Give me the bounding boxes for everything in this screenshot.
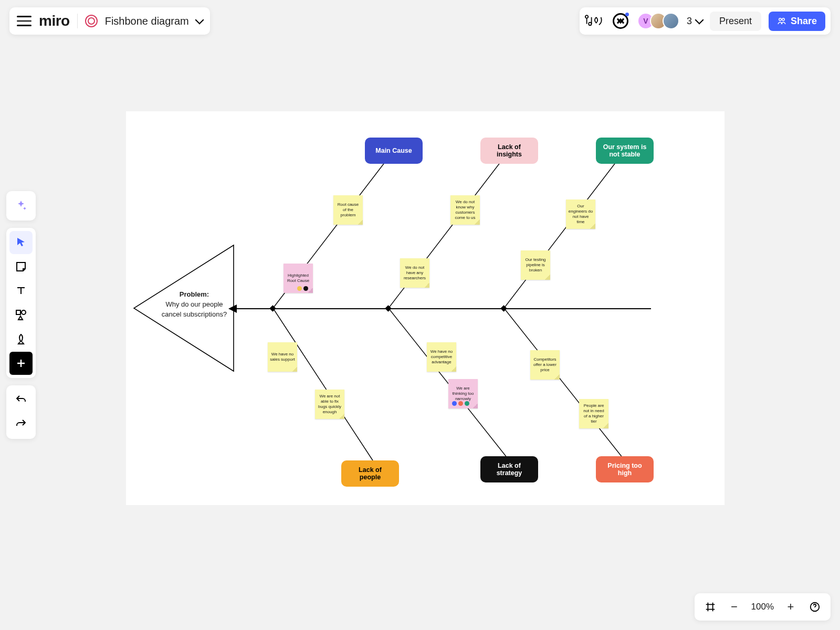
- chevron-down-icon: [695, 16, 704, 25]
- problem-text[interactable]: Problem: Why do our people cancel subscr…: [160, 290, 228, 320]
- cause-pricing[interactable]: Pricing too high: [596, 456, 654, 482]
- divider: [77, 14, 78, 28]
- pen-tool[interactable]: [9, 328, 33, 351]
- text-tool[interactable]: [9, 279, 33, 302]
- sticky[interactable]: Competitors offer a lower price: [530, 350, 560, 380]
- sticky[interactable]: Our engineers do not have time: [566, 200, 595, 229]
- zoom-out-button[interactable]: −: [724, 596, 745, 617]
- svg-point-5: [22, 310, 26, 314]
- problem-body: Why do our people cancel subscriptions?: [162, 300, 227, 318]
- svg-rect-4: [16, 310, 20, 314]
- svg-point-2: [779, 18, 782, 21]
- joint: [385, 305, 392, 312]
- fish-spine[interactable]: [234, 308, 651, 309]
- avatar-stack[interactable]: V: [637, 13, 679, 29]
- redo-button[interactable]: [9, 413, 33, 436]
- header-right: V 3 Present Share: [580, 7, 831, 35]
- board-name[interactable]: Fishbone diagram: [105, 15, 189, 27]
- svg-point-1: [613, 14, 627, 28]
- svg-line-11: [504, 151, 625, 308]
- emoji-dots: [452, 401, 469, 406]
- share-people-icon: [777, 16, 786, 26]
- cause-system[interactable]: Our system is not stable: [596, 138, 654, 164]
- zoom-value[interactable]: 100%: [748, 602, 777, 612]
- board-target-icon: [85, 15, 98, 27]
- undo-button[interactable]: [9, 388, 33, 412]
- emoji-dots: [297, 286, 308, 291]
- select-tool[interactable]: [9, 231, 33, 254]
- cause-people[interactable]: Lack of people: [341, 460, 399, 487]
- svg-line-14: [504, 308, 625, 460]
- shapes-tool[interactable]: [9, 303, 33, 327]
- joint: [269, 305, 276, 312]
- svg-point-3: [782, 18, 785, 21]
- sticky[interactable]: People are not in need of a higher tier: [579, 399, 608, 428]
- sticky[interactable]: We have no competitive advantage: [427, 342, 456, 372]
- share-button[interactable]: Share: [769, 12, 825, 31]
- sticky[interactable]: We are not able to fix bugs quickly enou…: [315, 390, 344, 419]
- canvas-frame[interactable]: Problem: Why do our people cancel subscr…: [126, 111, 724, 505]
- sticky-tool[interactable]: [9, 255, 33, 278]
- sticky[interactable]: We do not know why customers come to us: [450, 195, 480, 225]
- cause-strategy[interactable]: Lack of strategy: [480, 456, 538, 482]
- joint: [500, 305, 507, 312]
- cause-main[interactable]: Main Cause: [365, 138, 423, 164]
- help-icon[interactable]: [804, 596, 825, 617]
- zoom-in-button[interactable]: +: [780, 596, 801, 617]
- header-left: miro Fishbone diagram: [9, 7, 210, 35]
- add-tool[interactable]: [9, 352, 33, 375]
- frame-icon[interactable]: [700, 596, 721, 617]
- left-toolbar: [6, 191, 36, 439]
- svg-point-0: [589, 23, 591, 25]
- app-logo: miro: [39, 13, 70, 29]
- problem-title: Problem:: [180, 290, 209, 298]
- zoom-bar: − 100% +: [695, 593, 831, 621]
- music-icon[interactable]: [585, 12, 604, 30]
- svg-marker-8: [228, 304, 237, 313]
- collaborator-count[interactable]: 3: [687, 16, 702, 27]
- share-label: Share: [791, 16, 817, 27]
- cause-insights[interactable]: Lack of insights: [480, 138, 538, 164]
- avatar: [663, 13, 679, 29]
- count: 3: [687, 16, 692, 27]
- menu-icon[interactable]: [17, 14, 32, 28]
- svg-line-12: [273, 308, 373, 460]
- sticky[interactable]: We do not have any researchers: [400, 258, 429, 288]
- chat-icon[interactable]: [611, 12, 630, 30]
- present-button[interactable]: Present: [710, 12, 761, 31]
- sticky[interactable]: Root cause of the problem: [333, 195, 363, 225]
- chevron-down-icon[interactable]: [195, 16, 204, 25]
- sticky[interactable]: We have no sales support: [268, 342, 297, 372]
- ai-sparkle-tool[interactable]: [9, 194, 33, 217]
- sticky[interactable]: Our testing pipeline is broken: [521, 250, 550, 280]
